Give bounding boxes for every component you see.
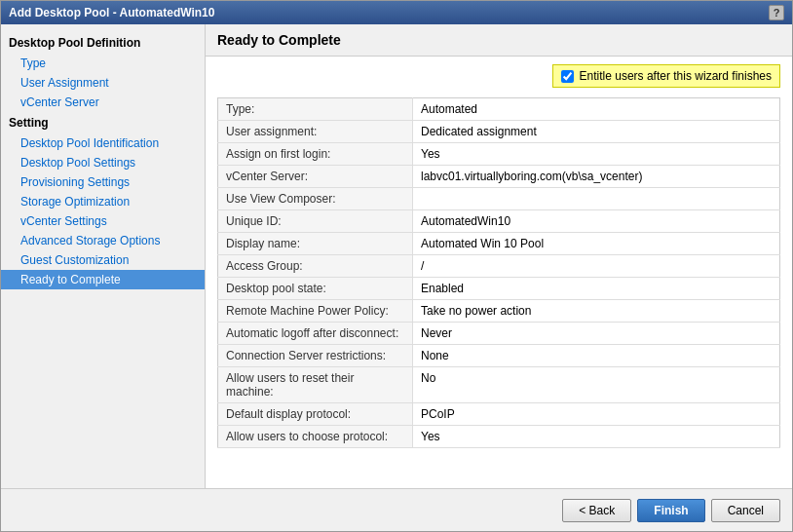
- main-header: Ready to Complete: [206, 24, 792, 57]
- table-cell-label: Remote Machine Power Policy:: [218, 300, 413, 323]
- table-row: Desktop pool state:Enabled: [218, 278, 780, 300]
- table-cell-label: Allow users to choose protocol:: [218, 426, 413, 448]
- sidebar-section-definition: Desktop Pool Definition: [1, 32, 205, 54]
- table-cell-value: Never: [413, 323, 780, 345]
- sidebar-item-pool-settings[interactable]: Desktop Pool Settings: [1, 153, 205, 172]
- table-row: Access Group:/: [218, 255, 780, 278]
- main-panel: Ready to Complete Entitle users after th…: [206, 24, 792, 488]
- dialog: Add Desktop Pool - AutomatedWin10 ? Desk…: [0, 0, 793, 532]
- table-row: Use View Composer:: [218, 188, 780, 210]
- table-row: Type:Automated: [218, 98, 780, 121]
- table-row: Display name:Automated Win 10 Pool: [218, 233, 780, 255]
- sidebar-item-vcenter-server[interactable]: vCenter Server: [1, 93, 205, 112]
- entitle-box: Entitle users after this wizard finishes: [552, 64, 780, 88]
- table-cell-label: Use View Composer:: [218, 188, 413, 210]
- sidebar-item-guest-customization[interactable]: Guest Customization: [1, 250, 205, 270]
- footer: < Back Finish Cancel: [1, 488, 792, 531]
- sidebar-item-advanced-storage[interactable]: Advanced Storage Options: [1, 231, 205, 250]
- finish-button[interactable]: Finish: [637, 499, 704, 522]
- table-cell-value: PCoIP: [413, 403, 780, 426]
- entitle-label: Entitle users after this wizard finishes: [580, 69, 772, 83]
- table-row: Remote Machine Power Policy:Take no powe…: [218, 300, 780, 323]
- sidebar-item-user-assignment[interactable]: User Assignment: [1, 73, 205, 93]
- table-cell-label: User assignment:: [218, 121, 413, 143]
- table-row: User assignment:Dedicated assignment: [218, 121, 780, 143]
- cancel-button[interactable]: Cancel: [711, 499, 780, 522]
- table-cell-label: vCenter Server:: [218, 166, 413, 188]
- content-area: Desktop Pool Definition Type User Assign…: [1, 24, 792, 488]
- table-cell-label: Display name:: [218, 233, 413, 255]
- title-bar: Add Desktop Pool - AutomatedWin10 ?: [1, 1, 792, 24]
- table-cell-value: Yes: [413, 143, 780, 166]
- sidebar-item-storage-optimization[interactable]: Storage Optimization: [1, 192, 205, 211]
- table-cell-value: [413, 188, 780, 210]
- dialog-title: Add Desktop Pool - AutomatedWin10: [9, 6, 214, 19]
- table-cell-label: Desktop pool state:: [218, 278, 413, 300]
- table-cell-value: Yes: [413, 426, 780, 448]
- sidebar-item-type[interactable]: Type: [1, 54, 205, 73]
- table-row: Allow users to reset their machine:No: [218, 367, 780, 403]
- sidebar-section-setting: Setting: [1, 112, 205, 133]
- table-cell-label: Access Group:: [218, 255, 413, 278]
- table-cell-value: Automated Win 10 Pool: [413, 233, 780, 255]
- table-cell-value: No: [413, 367, 780, 403]
- table-cell-value: Enabled: [413, 278, 780, 300]
- table-row: Connection Server restrictions:None: [218, 345, 780, 367]
- table-cell-value: Dedicated assignment: [413, 121, 780, 143]
- table-row: Allow users to choose protocol:Yes: [218, 426, 780, 448]
- sidebar-item-provisioning-settings[interactable]: Provisioning Settings: [1, 172, 205, 192]
- entitle-checkbox-row: Entitle users after this wizard finishes: [217, 64, 780, 88]
- table-cell-value: Automated: [413, 98, 780, 121]
- sidebar-item-vcenter-settings[interactable]: vCenter Settings: [1, 211, 205, 231]
- table-row: Unique ID:AutomatedWin10: [218, 210, 780, 233]
- sidebar-item-ready-to-complete[interactable]: Ready to Complete: [1, 270, 205, 289]
- table-cell-value: labvc01.virtuallyboring.com(vb\sa_vcente…: [413, 166, 780, 188]
- back-button[interactable]: < Back: [562, 499, 631, 522]
- summary-table: Type:AutomatedUser assignment:Dedicated …: [217, 97, 780, 448]
- sidebar-item-pool-identification[interactable]: Desktop Pool Identification: [1, 133, 205, 153]
- main-content: Entitle users after this wizard finishes…: [206, 57, 792, 488]
- sidebar: Desktop Pool Definition Type User Assign…: [1, 24, 206, 488]
- table-cell-value: Take no power action: [413, 300, 780, 323]
- table-cell-label: Unique ID:: [218, 210, 413, 233]
- help-button[interactable]: ?: [769, 5, 784, 20]
- table-cell-value: /: [413, 255, 780, 278]
- table-cell-label: Default display protocol:: [218, 403, 413, 426]
- table-cell-label: Connection Server restrictions:: [218, 345, 413, 367]
- table-cell-value: AutomatedWin10: [413, 210, 780, 233]
- table-cell-label: Type:: [218, 98, 413, 121]
- table-cell-label: Assign on first login:: [218, 143, 413, 166]
- table-cell-value: None: [413, 345, 780, 367]
- table-row: vCenter Server:labvc01.virtuallyboring.c…: [218, 166, 780, 188]
- table-cell-label: Automatic logoff after disconnect:: [218, 323, 413, 345]
- table-row: Automatic logoff after disconnect:Never: [218, 323, 780, 345]
- table-row: Default display protocol:PCoIP: [218, 403, 780, 426]
- table-cell-label: Allow users to reset their machine:: [218, 367, 413, 403]
- table-row: Assign on first login:Yes: [218, 143, 780, 166]
- entitle-checkbox[interactable]: [561, 70, 574, 83]
